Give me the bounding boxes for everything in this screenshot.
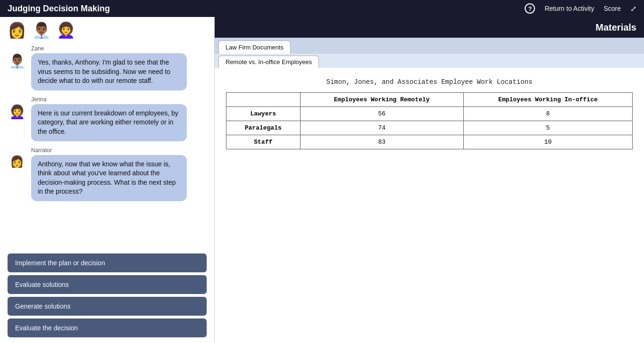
materials-title: Materials bbox=[595, 22, 636, 33]
chat-group-jenna: Jenna 👩‍🦱 Here is our current breakdown … bbox=[8, 96, 207, 141]
col-header-inoffice: Employees Working In-office bbox=[463, 93, 632, 107]
row-inoffice-staff: 10 bbox=[463, 135, 632, 149]
row-category-lawyers: Lawyers bbox=[226, 107, 301, 121]
avatar-woman: 👩 bbox=[8, 23, 26, 38]
row-category-paralegals: Paralegals bbox=[226, 121, 301, 135]
right-panel: Materials Law Firm Documents Remote vs. … bbox=[215, 17, 644, 343]
avatar-woman2: 👩‍🦱 bbox=[57, 23, 75, 38]
materials-header: Materials bbox=[215, 17, 644, 38]
row-inoffice-lawyers: 8 bbox=[463, 107, 632, 121]
row-category-staff: Staff bbox=[226, 135, 301, 149]
col-header-category bbox=[226, 93, 301, 107]
chat-bubble-zane: Yes, thanks, Anthony. I'm glad to see th… bbox=[31, 53, 187, 90]
return-to-activity-button[interactable]: Return to Activity bbox=[544, 5, 594, 12]
tabs-row: Law Firm Documents bbox=[215, 38, 644, 54]
chat-group-zane: Zane 👨🏾‍💼 Yes, thanks, Anthony. I'm glad… bbox=[8, 45, 207, 90]
doc-content: Simon, Jones, and Associates Employee Wo… bbox=[215, 69, 644, 343]
row-remote-lawyers: 56 bbox=[300, 107, 463, 121]
chat-avatar-zane: 👨🏾‍💼 bbox=[8, 53, 26, 69]
chat-avatar-jenna: 👩‍🦱 bbox=[8, 104, 26, 120]
help-button[interactable]: ? bbox=[525, 3, 535, 14]
employee-table: Employees Working Remotely Employees Wor… bbox=[226, 92, 633, 149]
choices-area: Implement the plan or decision Evaluate … bbox=[0, 250, 214, 343]
choice-btn-evaluate-solutions[interactable]: Evaluate solutions bbox=[8, 275, 207, 294]
chat-row-zane: 👨🏾‍💼 Yes, thanks, Anthony. I'm glad to s… bbox=[8, 53, 207, 90]
subtabs-row: Remote vs. In-office Employees bbox=[215, 54, 644, 69]
chat-bubble-narrator: Anthony, now that we know what the issue… bbox=[31, 155, 187, 201]
header-actions: ? Return to Activity Score ⤢ bbox=[525, 3, 636, 14]
col-header-remote: Employees Working Remotely bbox=[300, 93, 463, 107]
sender-name-narrator: Narrator bbox=[31, 147, 207, 154]
chat-row-jenna: 👩‍🦱 Here is our current breakdown of emp… bbox=[8, 104, 207, 141]
tab-law-firm-documents[interactable]: Law Firm Documents bbox=[218, 41, 291, 54]
score-button[interactable]: Score bbox=[603, 5, 621, 12]
app-title: Judging Decision Making bbox=[8, 4, 110, 14]
chat-row-narrator: 👩 Anthony, now that we know what the iss… bbox=[8, 155, 207, 201]
doc-title: Simon, Jones, and Associates Employee Wo… bbox=[226, 78, 633, 86]
sender-name-zane: Zane bbox=[31, 45, 207, 52]
avatars-row: 👩 👨🏾‍💼 👩‍🦱 bbox=[0, 17, 214, 41]
table-row-lawyers: Lawyers 56 8 bbox=[226, 107, 633, 121]
chat-area: Zane 👨🏾‍💼 Yes, thanks, Anthony. I'm glad… bbox=[0, 41, 214, 250]
header: Judging Decision Making ? Return to Acti… bbox=[0, 0, 644, 17]
chat-avatar-narrator: 👩 bbox=[8, 155, 26, 168]
expand-icon[interactable]: ⤢ bbox=[630, 4, 636, 13]
chat-group-narrator: Narrator 👩 Anthony, now that we know wha… bbox=[8, 147, 207, 201]
chat-bubble-jenna: Here is our current breakdown of employe… bbox=[31, 104, 187, 141]
row-remote-paralegals: 74 bbox=[300, 121, 463, 135]
sender-name-jenna: Jenna bbox=[31, 96, 207, 103]
table-row-staff: Staff 83 10 bbox=[226, 135, 633, 149]
choice-btn-generate[interactable]: Generate solutions bbox=[8, 297, 207, 316]
main-layout: 👩 👨🏾‍💼 👩‍🦱 Zane 👨🏾‍💼 Yes, thanks, Anthon… bbox=[0, 17, 644, 343]
row-remote-staff: 83 bbox=[300, 135, 463, 149]
choice-btn-implement[interactable]: Implement the plan or decision bbox=[8, 253, 207, 272]
left-panel: 👩 👨🏾‍💼 👩‍🦱 Zane 👨🏾‍💼 Yes, thanks, Anthon… bbox=[0, 17, 215, 343]
row-inoffice-paralegals: 5 bbox=[463, 121, 632, 135]
choice-btn-evaluate-decision[interactable]: Evaluate the decision bbox=[8, 318, 207, 337]
table-row-paralegals: Paralegals 74 5 bbox=[226, 121, 633, 135]
avatar-man: 👨🏾‍💼 bbox=[32, 23, 51, 38]
subtab-remote-vs-inoffice[interactable]: Remote vs. In-office Employees bbox=[218, 56, 319, 68]
